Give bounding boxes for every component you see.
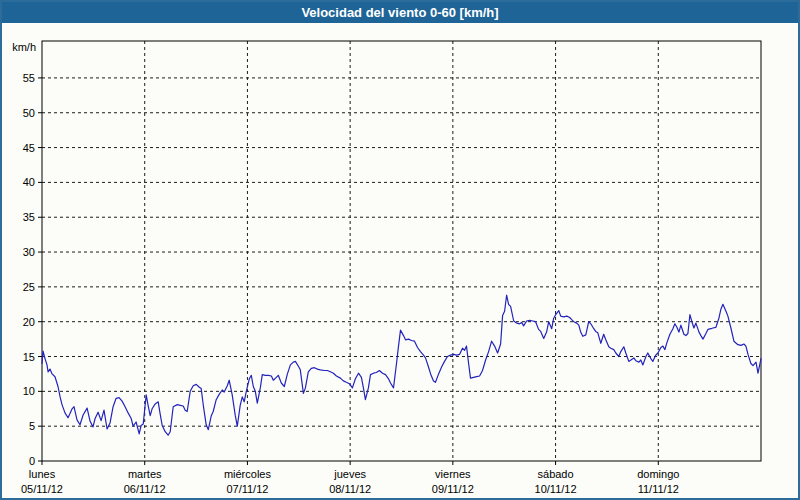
- svg-text:sábado: sábado: [538, 468, 574, 480]
- svg-text:11/11/12: 11/11/12: [638, 483, 679, 495]
- svg-text:martes: martes: [128, 468, 162, 480]
- wind-speed-line: [42, 295, 761, 435]
- svg-text:viernes: viernes: [435, 468, 471, 480]
- svg-text:55: 55: [23, 72, 35, 84]
- y-gridlines: [42, 78, 761, 426]
- svg-text:10: 10: [23, 385, 35, 397]
- svg-text:05/11/12: 05/11/12: [21, 483, 63, 495]
- svg-text:50: 50: [23, 107, 35, 119]
- svg-text:45: 45: [23, 142, 35, 154]
- chart-title: Velocidad del viento 0-60 [km/h]: [301, 5, 498, 20]
- axis-ticks: [38, 78, 658, 465]
- svg-text:15: 15: [23, 351, 35, 363]
- svg-text:40: 40: [23, 176, 35, 188]
- svg-text:09/11/12: 09/11/12: [432, 483, 474, 495]
- svg-text:10/11/12: 10/11/12: [535, 483, 577, 495]
- svg-text:20: 20: [23, 316, 35, 328]
- svg-text:35: 35: [23, 211, 35, 223]
- plot-border: [42, 41, 761, 461]
- svg-text:0: 0: [29, 455, 35, 467]
- svg-text:lunes: lunes: [29, 468, 56, 480]
- svg-text:08/11/12: 08/11/12: [329, 483, 371, 495]
- x-gridlines: [145, 41, 659, 461]
- y-axis-unit-label: km/h: [2, 41, 36, 53]
- svg-text:jueves: jueves: [333, 468, 366, 480]
- svg-text:07/11/12: 07/11/12: [226, 483, 268, 495]
- wind-speed-chart-window: 0510152025303540455055lunes05/11/12marte…: [0, 0, 800, 500]
- svg-text:domingo: domingo: [637, 468, 679, 480]
- svg-text:30: 30: [23, 246, 35, 258]
- svg-text:miércoles: miércoles: [224, 468, 272, 480]
- svg-text:5: 5: [29, 420, 35, 432]
- y-axis-labels: 0510152025303540455055: [23, 72, 35, 467]
- plot-canvas: 0510152025303540455055lunes05/11/12marte…: [2, 2, 798, 498]
- svg-text:25: 25: [23, 281, 35, 293]
- svg-text:06/11/12: 06/11/12: [124, 483, 166, 495]
- x-axis-labels: lunes05/11/12martes06/11/12miércoles07/1…: [21, 468, 679, 495]
- title-bar: Velocidad del viento 0-60 [km/h]: [2, 2, 798, 23]
